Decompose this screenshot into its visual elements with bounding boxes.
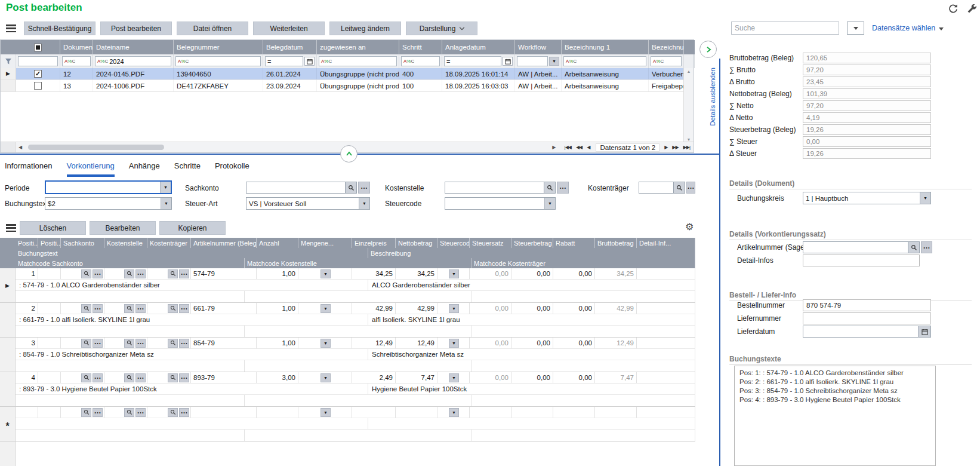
scroll-left-icon[interactable]: ◀ [16,145,24,150]
filter-input[interactable] [18,56,58,66]
toolbar-button-1[interactable]: Schnell-Bestätigung [24,22,95,35]
buchungstext-select[interactable]: $2 ▼ [45,197,172,210]
lookup-button[interactable] [168,408,178,417]
lookup-button[interactable] [345,182,357,194]
more-button[interactable]: … [557,182,569,194]
steuerart-select[interactable]: VS | Vorsteuer Soll ▼ [246,197,370,210]
vertical-scrollbar[interactable]: ▲ ▼ [683,68,694,143]
lookup-button[interactable] [124,269,134,278]
expand-details-button[interactable] [699,41,717,58]
more-button[interactable]: … [179,304,189,313]
date-filter-input[interactable]: = [444,56,501,66]
column-header[interactable]: Schritt [399,40,442,54]
dropdown-button[interactable]: ▼ [320,269,331,278]
scroll-down-icon[interactable]: ▼ [687,137,691,142]
lookup-button[interactable] [81,408,91,417]
lookup-button[interactable] [124,408,134,417]
toolbar-button-4[interactable]: Weiterleiten [253,22,325,35]
column-header[interactable]: Einzelpreis [352,238,396,248]
dropdown-button[interactable]: ▼ [320,304,331,313]
more-button[interactable]: … [135,408,146,417]
periode-select[interactable]: ▼ [45,180,172,194]
more-button[interactable]: … [93,269,103,278]
dropdown-button[interactable]: ▼ [449,408,459,417]
new-position-row[interactable]: *………▼▼ [0,407,695,442]
kostenstelle-field[interactable] [445,182,556,194]
dropdown-button[interactable]: ▼ [449,373,459,382]
splitter-line[interactable] [0,154,720,155]
column-header[interactable]: Steuercode [437,238,470,248]
more-button[interactable]: … [358,182,370,194]
column-header[interactable]: Nettobetrag [396,238,437,248]
kostentraeger-field[interactable] [639,182,685,194]
column-header[interactable]: zugewiesen an [317,40,399,54]
lookup-button[interactable] [124,339,134,348]
pager-prev-icon[interactable]: ◀ [587,145,590,150]
details-panel-divider[interactable] [719,59,720,466]
row-checkbox[interactable] [34,70,42,78]
document-row[interactable]: ▶122024-0145.PDF13940465026.01.2024Übung… [1,68,694,80]
sachkonto-field[interactable] [246,182,357,194]
column-header[interactable]: Detail-Inf... [637,238,695,248]
column-header[interactable]: Rabatt [553,238,595,248]
records-select-link[interactable]: Datensätze wählen [872,24,944,32]
pager-first-icon[interactable]: |◀◀ [565,145,571,150]
pager-next-icon[interactable]: ▶ [664,145,667,150]
lookup-button[interactable] [81,304,91,313]
column-header[interactable]: Steuersatz [470,238,511,248]
liefernummer-input[interactable] [803,312,931,324]
more-button[interactable]: … [93,408,103,417]
collapse-details-label[interactable]: Details ausblenden [709,68,716,126]
dropdown-button[interactable]: ▼ [449,339,459,348]
toolbar-button-5[interactable]: Leitweg ändern [329,22,401,35]
bearbeiten-button[interactable]: Bearbeiten [90,221,156,235]
toolbar-button-3[interactable]: Datei öffnen [177,22,248,35]
column-header[interactable]: Positi... [16,238,38,248]
dropdown-button[interactable]: ▼ [549,57,559,66]
search-filter-button[interactable] [847,22,864,35]
gear-icon[interactable]: ⚙ [685,221,694,232]
column-header[interactable]: Belegnummer [174,40,263,54]
column-header[interactable]: Dateiname [93,40,174,54]
lookup-button[interactable] [124,373,134,382]
dropdown-button[interactable]: ▼ [320,408,331,417]
löschen-button[interactable]: Löschen [20,221,86,235]
lookup-button[interactable] [81,339,91,348]
lookup-button[interactable] [124,304,134,313]
buchungstexte-box[interactable]: Pos: 1: : 574-79 - 1.0 ALCO Garderobenst… [734,366,936,466]
scroll-right-icon[interactable]: ▶ [550,145,558,150]
calendar-button[interactable] [503,57,513,66]
position-row-group[interactable]: 4………893-793,00▼2,497,47▼0,000,000,007,47… [0,372,695,407]
dropdown-button[interactable]: ▼ [160,182,171,193]
more-button[interactable]: … [135,304,146,313]
dropdown-button[interactable]: ▼ [920,192,930,204]
position-row-group[interactable]: 2………661-791,00▼42,9942,99▼0,000,000,0042… [0,303,695,338]
more-button[interactable]: … [179,339,189,348]
scrollbar-thumb[interactable] [28,145,164,150]
more-button[interactable]: … [179,269,189,278]
column-header[interactable]: Dokument [60,40,93,54]
pager-last-icon[interactable]: ▶▶| [683,145,690,150]
column-header[interactable]: Positi... [38,238,61,248]
more-button[interactable]: … [93,304,103,313]
tab-protokolle[interactable]: Protokolle [215,161,249,177]
kostenstelle-value[interactable] [445,182,544,194]
lookup-button[interactable] [544,182,556,194]
main-menu-icon[interactable] [6,24,16,32]
column-header[interactable]: Kostenträger [147,238,191,248]
lookup-button[interactable] [673,182,685,194]
detail-infos-input[interactable] [803,255,920,266]
lookup-button[interactable] [168,373,178,382]
more-button[interactable]: … [921,241,932,253]
date-filter-input[interactable]: = [265,56,303,66]
collapse-grid-button[interactable] [340,145,358,163]
scroll-up-icon[interactable]: ▲ [687,69,691,73]
buchungskreis-select[interactable]: 1 | Hauptbuch ▼ [803,192,931,204]
column-header[interactable]: Belegdatum [263,40,317,54]
lieferdatum-value[interactable] [803,326,918,338]
tab-vorkontierung[interactable]: Vorkontierung [67,161,115,177]
lookup-button[interactable] [168,304,178,313]
bestellnummer-input[interactable]: 870 574-79 [803,299,931,311]
dropdown-button[interactable]: ▼ [449,269,459,278]
select-all-checkbox[interactable] [16,40,60,54]
